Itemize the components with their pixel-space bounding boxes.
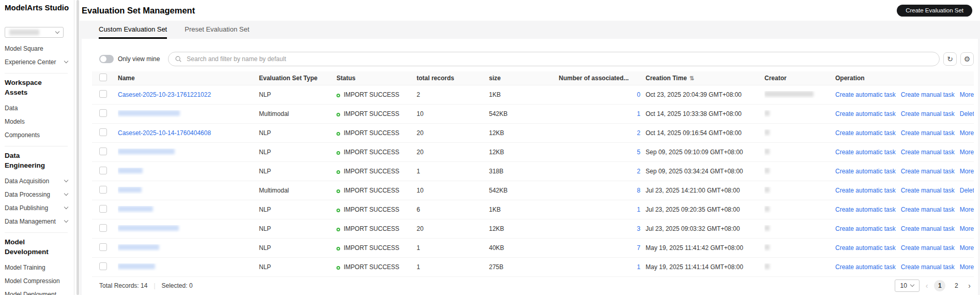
create-automatic-task-link[interactable]: Create automatic task: [835, 110, 896, 117]
type-cell: NLP: [259, 206, 336, 213]
create-manual-task-link[interactable]: Create manual task: [901, 187, 955, 194]
page-1-button[interactable]: 1: [934, 280, 945, 291]
search-input[interactable]: [186, 55, 933, 63]
next-page-button[interactable]: ›: [967, 282, 972, 290]
row-checkbox[interactable]: [99, 109, 107, 117]
create-automatic-task-link[interactable]: Create automatic task: [835, 91, 896, 98]
evaluation-set-name-blurred: [118, 110, 180, 116]
create-manual-task-link[interactable]: Create manual task: [901, 91, 955, 98]
associated-cell: 2: [559, 129, 646, 137]
sidebar-item-data-publishing[interactable]: Data Publishing: [5, 201, 68, 215]
create-evaluation-set-button[interactable]: Create Evaluation Set: [897, 5, 972, 17]
associated-count-link[interactable]: 3: [637, 225, 640, 232]
sidebar-item-model-training[interactable]: Model Training: [5, 261, 68, 274]
prev-page-button[interactable]: ‹: [925, 282, 929, 290]
operation-cell: Create automatic taskCreate manual taskM…: [835, 244, 974, 252]
row-checkbox[interactable]: [99, 224, 107, 232]
create-automatic-task-link[interactable]: Create automatic task: [835, 206, 896, 213]
sidebar-item-data-management[interactable]: Data Management: [5, 215, 68, 228]
operation-cell: Create automatic taskCreate manual taskM…: [835, 225, 974, 232]
create-manual-task-link[interactable]: Create manual task: [901, 110, 955, 117]
create-automatic-task-link[interactable]: Create automatic task: [835, 149, 896, 156]
create-automatic-task-link[interactable]: Create automatic task: [835, 129, 896, 137]
row-more-link[interactable]: More: [960, 206, 974, 213]
refresh-button[interactable]: ↻: [943, 52, 957, 66]
row-checkbox[interactable]: [99, 167, 107, 174]
create-automatic-task-link[interactable]: Create automatic task: [835, 263, 896, 271]
chevron-down-icon: [64, 191, 68, 196]
create-automatic-task-link[interactable]: Create automatic task: [835, 187, 896, 194]
associated-count-link[interactable]: 2: [637, 168, 640, 175]
row-more-link[interactable]: More: [960, 129, 974, 137]
sidebar-item-label: Data Acquisition: [5, 178, 49, 185]
create-automatic-task-link[interactable]: Create automatic task: [835, 168, 896, 175]
create-manual-task-link[interactable]: Create manual task: [901, 129, 955, 137]
sidebar-item-model-square[interactable]: Model Square: [5, 42, 68, 55]
sidebar-item-data-processing[interactable]: Data Processing: [5, 188, 68, 201]
create-automatic-task-link[interactable]: Create automatic task: [835, 244, 896, 252]
create-manual-task-link[interactable]: Create manual task: [901, 206, 955, 213]
row-checkbox[interactable]: [99, 243, 107, 251]
tab-preset-evaluation-set[interactable]: Preset Evaluation Set: [185, 21, 249, 39]
create-automatic-task-link[interactable]: Create automatic task: [835, 225, 896, 232]
size-cell: 542KB: [489, 187, 559, 194]
row-delete-link[interactable]: Delete: [960, 187, 974, 194]
associated-count-link[interactable]: 1: [637, 110, 640, 117]
sort-icon[interactable]: ⇅: [690, 75, 694, 82]
row-more-link[interactable]: More: [960, 244, 974, 252]
sidebar-item-models[interactable]: Models: [5, 115, 68, 128]
table-row: NLPIMPORT SUCCESS2012KB3Jul 23, 2025 09:…: [92, 219, 974, 239]
row-checkbox[interactable]: [99, 205, 107, 213]
workspace-dropdown[interactable]: [5, 27, 64, 38]
settings-button[interactable]: ⚙: [960, 52, 974, 66]
row-checkbox[interactable]: [99, 128, 107, 136]
row-delete-link[interactable]: Delete: [960, 110, 974, 117]
type-cell: NLP: [259, 225, 336, 232]
select-all-checkbox[interactable]: [99, 73, 107, 81]
table-header-row: NameEvaluation Set TypeStatustotal recor…: [92, 71, 974, 85]
associated-count-link[interactable]: 0: [637, 91, 640, 98]
chevron-down-icon: [64, 218, 68, 223]
page-2-button[interactable]: 2: [951, 280, 962, 291]
evaluation-set-name-link[interactable]: Caseset-2025-10-14-1760404608: [118, 129, 211, 137]
only-view-mine-toggle[interactable]: [99, 55, 114, 63]
column-header-label: total records: [417, 75, 454, 82]
total-records-cell: 6: [417, 206, 489, 213]
sidebar-item-data[interactable]: Data: [5, 101, 68, 115]
row-checkbox[interactable]: [99, 186, 107, 194]
row-checkbox[interactable]: [99, 262, 107, 270]
row-checkbox-cell: [99, 262, 118, 272]
associated-count-link[interactable]: 2: [637, 129, 640, 137]
row-checkbox-cell: [99, 205, 118, 214]
associated-count-link[interactable]: 1: [637, 206, 640, 213]
sidebar-item-model-deployment[interactable]: Model Deployment: [5, 288, 68, 295]
associated-count-link[interactable]: 8: [637, 187, 640, 194]
row-checkbox[interactable]: [99, 148, 107, 155]
status-success-icon: [336, 132, 340, 136]
create-manual-task-link[interactable]: Create manual task: [901, 149, 955, 156]
sidebar-scrollbar[interactable]: [76, 0, 79, 295]
evaluation-set-name-link[interactable]: Caseset-2025-10-23-1761221022: [118, 91, 211, 98]
page-size-select[interactable]: 10: [895, 279, 920, 292]
creator-cell: [764, 206, 835, 213]
create-manual-task-link[interactable]: Create manual task: [901, 263, 955, 271]
associated-count-link[interactable]: 5: [637, 149, 640, 156]
row-more-link[interactable]: More: [960, 225, 974, 232]
associated-count-link[interactable]: 7: [637, 244, 640, 252]
sidebar-item-model-compression[interactable]: Model Compression: [5, 274, 68, 288]
row-more-link[interactable]: More: [960, 149, 974, 156]
row-more-link[interactable]: More: [960, 91, 974, 98]
tab-custom-evaluation-set[interactable]: Custom Evaluation Set: [99, 21, 167, 39]
create-manual-task-link[interactable]: Create manual task: [901, 244, 955, 252]
create-manual-task-link[interactable]: Create manual task: [901, 225, 955, 232]
associated-count-link[interactable]: 1: [637, 263, 640, 271]
sidebar-item-data-acquisition[interactable]: Data Acquisition: [5, 174, 68, 188]
row-checkbox[interactable]: [99, 90, 107, 98]
row-more-link[interactable]: More: [960, 168, 974, 175]
evaluation-set-name-blurred: [118, 168, 143, 173]
sidebar-item-experience-center[interactable]: Experience Center: [5, 55, 68, 69]
sidebar-item-components[interactable]: Components: [5, 128, 68, 142]
create-manual-task-link[interactable]: Create manual task: [901, 168, 955, 175]
record-totals: Total Records: 14 | Selected: 0: [99, 282, 193, 289]
row-more-link[interactable]: More: [960, 263, 974, 271]
